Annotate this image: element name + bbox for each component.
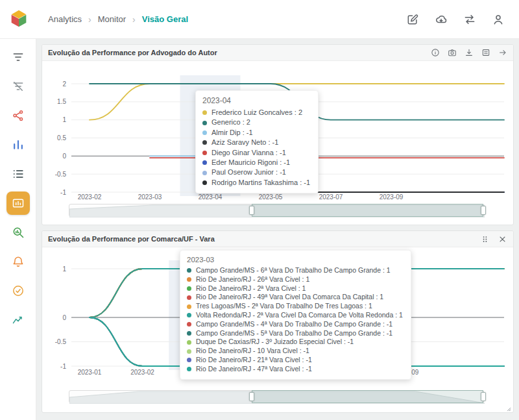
y-tick-label: 1	[62, 116, 66, 123]
series-dot	[187, 268, 191, 273]
y-tick-label: 0	[62, 153, 66, 160]
tooltip-row-text: Duque De Caxias/RJ - 3º Juizado Especial…	[196, 338, 354, 347]
sidebar	[0, 39, 36, 420]
tooltip-row-text: Aziz Saravy Neto : -1	[211, 138, 278, 147]
tooltip-row: Duque De Caxias/RJ - 3º Juizado Especial…	[187, 338, 403, 347]
slider-handle-right[interactable]	[481, 392, 486, 401]
series-dot	[202, 171, 207, 175]
sidebar-item-trend-chart[interactable]	[6, 308, 30, 332]
datazoom-slider[interactable]	[69, 204, 484, 217]
tooltip-row-text: Campo Grande/MS - 6ª Vara Do Trabalho De…	[196, 266, 391, 275]
top-bar: Analytics›Monitor›Visão Geral	[0, 0, 519, 39]
resize-handle[interactable]	[503, 404, 512, 412]
sidebar-item-check-circle[interactable]	[6, 279, 30, 303]
cloud-download-icon[interactable]	[435, 13, 448, 26]
tooltip-row: Tres Lagoas/MS - 2ª Vara Do Trabalho De …	[187, 302, 403, 311]
download-icon[interactable]	[465, 48, 474, 57]
series-dot	[187, 295, 191, 300]
sidebar-item-filter-off[interactable]	[6, 75, 30, 98]
x-tick-label: 2023-07	[319, 193, 343, 201]
card-title: Evolução da Performance por Advogado do …	[48, 49, 217, 56]
slider-window[interactable]	[252, 204, 483, 217]
x-tick-label: 2023-03	[138, 193, 162, 201]
tooltip-row: Rodrigo Martins Takashima : -1	[202, 178, 310, 188]
chart-tooltip: 2023-03Campo Grande/MS - 6ª Vara Do Trab…	[180, 250, 411, 380]
user-icon[interactable]	[492, 13, 505, 26]
x-tick-label: 2023-09	[380, 193, 404, 201]
breadcrumb-visão-geral[interactable]: Visão Geral	[142, 14, 188, 24]
y-tick-label: 1.5	[57, 98, 66, 105]
x-tick-label: 2023-04	[199, 193, 223, 201]
sidebar-item-search-chart[interactable]	[6, 221, 30, 244]
tooltip-row-text: Frederico Luiz Goncalves : 2	[211, 108, 302, 117]
tooltip-row: Campo Grande/MS - 4ª Vara Do Trabalho De…	[187, 320, 403, 329]
breadcrumb-analytics[interactable]: Analytics	[48, 14, 82, 24]
tooltip-row-text: Rodrigo Martins Takashima : -1	[211, 178, 310, 188]
sidebar-item-card-chart[interactable]	[6, 191, 30, 215]
tooltip-row-text: Generico : 2	[211, 117, 250, 127]
card-performance-advogado: Evolução da Performance por Advogado do …	[42, 44, 514, 225]
series-dot	[187, 331, 191, 336]
drag-handle-icon[interactable]	[480, 234, 490, 244]
chart-area: 21.510.50-0.5-12023-022023-032023-042023…	[42, 61, 513, 203]
tooltip-row-text: Rio De Janeiro/RJ - 2ª Vara Civel : 1	[196, 284, 306, 293]
sidebar-item-share-network[interactable]	[6, 104, 30, 127]
tooltip-row-text: Rio De Janeiro/RJ - 47ª Vara Civel : -1	[196, 365, 312, 374]
data-view-icon[interactable]	[481, 48, 490, 57]
tooltip-row-text: Campo Grande/MS - 4ª Vara Do Trabalho De…	[196, 320, 392, 329]
slider-handle-right[interactable]	[481, 206, 486, 215]
series-dot	[187, 304, 191, 309]
breadcrumb-separator: ›	[132, 14, 136, 25]
series-dot	[187, 340, 191, 345]
tooltip-date: 2023-03	[187, 256, 403, 264]
transfer-icon[interactable]	[463, 13, 476, 26]
tooltip-row: Diego Ginar Vianna : -1	[202, 148, 310, 158]
x-tick-label: 2023-01	[78, 369, 102, 376]
chart-toolbox	[431, 48, 507, 57]
y-tick-label: -0.5	[55, 338, 67, 345]
tooltip-row: Rio De Janeiro/RJ - 21ª Vara Civel : -1	[187, 356, 403, 365]
card-performance-comarca-vara: Evolução da Performance por Comarca/UF -…	[42, 230, 514, 413]
app-logo[interactable]	[6, 7, 31, 32]
sidebar-item-list[interactable]	[6, 162, 30, 186]
slider-window[interactable]	[252, 390, 483, 403]
card-header: Evolução da Performance por Advogado do …	[42, 45, 513, 61]
slider-handle-left[interactable]	[249, 392, 254, 401]
card-controls	[480, 234, 507, 244]
tooltip-row: Rio De Janeiro/RJ - 49ª Vara Civel Da Co…	[187, 293, 403, 302]
tooltip-row-text: Rio De Janeiro/RJ - 26ª Vara Civel : 1	[196, 275, 309, 284]
sidebar-item-bar-chart[interactable]	[6, 133, 30, 156]
datazoom-slider[interactable]	[69, 390, 484, 403]
breadcrumb: Analytics›Monitor›Visão Geral	[48, 14, 188, 25]
tooltip-row-text: Paul Oserow Junior : -1	[211, 167, 286, 177]
series-dot	[202, 180, 207, 185]
close-icon[interactable]	[498, 234, 507, 244]
sidebar-item-filter[interactable]	[6, 45, 30, 69]
tooltip-row-text: Eder Mauricio Rigoni : -1	[211, 158, 290, 167]
camera-icon[interactable]	[448, 48, 457, 57]
series-dot	[202, 130, 207, 135]
tooltip-row-text: Diego Ginar Vianna : -1	[211, 148, 286, 158]
y-tick-label: -0.5	[55, 171, 67, 178]
y-tick-label: 0.5	[57, 134, 66, 142]
series-dot	[187, 367, 191, 371]
tooltip-row-text: Volta Redonda/RJ - 2ª Vara Civel Da Coma…	[196, 311, 403, 320]
series-dot	[202, 160, 207, 165]
y-tick-label: 2	[62, 80, 66, 88]
slider-handle-left[interactable]	[249, 206, 254, 215]
edit-icon[interactable]	[406, 13, 419, 26]
series-dot	[187, 286, 191, 291]
tooltip-row: Generico : 2	[202, 117, 310, 127]
info-icon[interactable]	[431, 48, 440, 57]
chart-tooltip: 2023-04Frederico Luiz Goncalves : 2Gener…	[195, 90, 319, 193]
sidebar-item-bell[interactable]	[6, 250, 30, 273]
tooltip-date: 2023-04	[202, 96, 310, 105]
series-dot	[187, 313, 191, 317]
arrow-right-icon[interactable]	[498, 48, 507, 57]
card-title: Evolução da Performance por Comarca/UF -…	[48, 235, 215, 243]
tooltip-row: Almir Dip : -1	[202, 128, 310, 138]
tooltip-row-text: Rio De Janeiro/RJ - 21ª Vara Civel : -1	[196, 356, 312, 365]
series-dot	[187, 277, 191, 282]
tooltip-row: Volta Redonda/RJ - 2ª Vara Civel Da Coma…	[187, 311, 403, 320]
breadcrumb-monitor[interactable]: Monitor	[98, 14, 126, 24]
